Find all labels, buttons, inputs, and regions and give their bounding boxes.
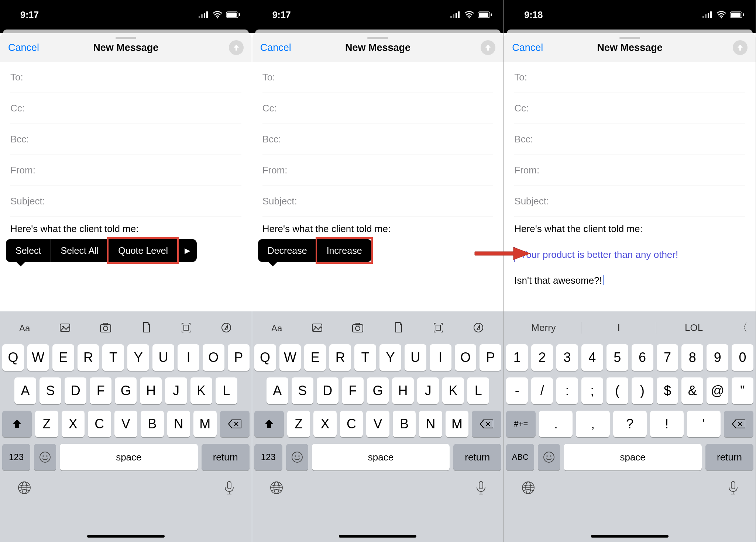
- send-button[interactable]: [229, 40, 244, 55]
- key-7[interactable]: 7: [657, 344, 678, 371]
- suggestion-I[interactable]: I: [581, 322, 656, 334]
- photo-library-icon[interactable]: [308, 318, 327, 337]
- cancel-button[interactable]: Cancel: [260, 42, 291, 53]
- key-S[interactable]: S: [39, 377, 61, 404]
- return-key[interactable]: return: [705, 444, 753, 470]
- key-9[interactable]: 9: [707, 344, 728, 371]
- emoji-key[interactable]: [34, 444, 56, 470]
- key-E[interactable]: E: [304, 344, 326, 371]
- key-R[interactable]: R: [329, 344, 351, 371]
- attach-file-icon[interactable]: [137, 318, 155, 337]
- message-body[interactable]: Here's what the client told me:DecreaseI…: [252, 217, 504, 311]
- key-6[interactable]: 6: [632, 344, 653, 371]
- key-I[interactable]: I: [430, 344, 451, 371]
- key-.[interactable]: .: [539, 411, 573, 437]
- mic-icon[interactable]: [728, 480, 739, 495]
- format-text-icon[interactable]: Aa: [268, 318, 286, 337]
- body-text-line[interactable]: Isn't that awesome?!: [514, 273, 745, 288]
- key-8[interactable]: 8: [681, 344, 703, 371]
- sheet-grabber-icon[interactable]: [367, 37, 388, 39]
- key-O[interactable]: O: [203, 344, 224, 371]
- key-4[interactable]: 4: [581, 344, 603, 371]
- key-$[interactable]: $: [657, 377, 678, 404]
- subject-field[interactable]: Subject:: [10, 186, 241, 217]
- popup-item-quote-level[interactable]: Quote Level: [108, 239, 178, 262]
- chevron-left-icon[interactable]: 〈: [731, 320, 753, 335]
- suggestion-Merry[interactable]: Merry: [506, 322, 581, 334]
- attach-file-icon[interactable]: [389, 318, 407, 337]
- from-field[interactable]: From:: [262, 155, 494, 186]
- key-@[interactable]: @: [707, 377, 728, 404]
- numeric-switch-key[interactable]: 123: [2, 444, 30, 470]
- key-O[interactable]: O: [455, 344, 477, 371]
- cc-field[interactable]: Cc:: [514, 93, 745, 124]
- key-V[interactable]: V: [114, 411, 138, 437]
- return-key[interactable]: return: [202, 444, 250, 470]
- key-K[interactable]: K: [442, 377, 464, 404]
- space-key[interactable]: space: [60, 444, 198, 470]
- cc-field[interactable]: Cc:: [262, 93, 494, 124]
- message-body[interactable]: Here's what the client told me:SelectSel…: [0, 217, 252, 311]
- popup-item-select-all[interactable]: Select All: [51, 239, 108, 262]
- key-G[interactable]: G: [115, 377, 137, 404]
- key-X[interactable]: X: [313, 411, 337, 437]
- from-field[interactable]: From:: [514, 155, 745, 186]
- key-T[interactable]: T: [102, 344, 124, 371]
- key-&[interactable]: &: [681, 377, 703, 404]
- key-)[interactable]: ): [632, 377, 653, 404]
- key-A[interactable]: A: [267, 377, 288, 404]
- popup-item-increase[interactable]: Increase: [317, 239, 372, 262]
- key-Q[interactable]: Q: [254, 344, 276, 371]
- key-2[interactable]: 2: [531, 344, 553, 371]
- backspace-key[interactable]: [472, 411, 501, 437]
- backspace-key[interactable]: [220, 411, 250, 437]
- subject-field[interactable]: Subject:: [262, 186, 494, 217]
- photo-library-icon[interactable]: [56, 318, 75, 337]
- to-field[interactable]: To:: [262, 62, 494, 93]
- key-?[interactable]: ?: [613, 411, 647, 437]
- key-P[interactable]: P: [228, 344, 250, 371]
- key-D[interactable]: D: [317, 377, 339, 404]
- key-Y[interactable]: Y: [127, 344, 149, 371]
- key--[interactable]: -: [506, 377, 528, 404]
- key-U[interactable]: U: [405, 344, 426, 371]
- body-text-line[interactable]: Here's what the client told me:: [10, 221, 241, 236]
- scan-document-icon[interactable]: [177, 318, 195, 337]
- key-U[interactable]: U: [152, 344, 174, 371]
- globe-icon[interactable]: [17, 480, 32, 495]
- globe-icon[interactable]: [521, 480, 536, 495]
- key-E[interactable]: E: [52, 344, 74, 371]
- key-H[interactable]: H: [392, 377, 414, 404]
- key-D[interactable]: D: [65, 377, 86, 404]
- key-N[interactable]: N: [419, 411, 442, 437]
- to-field[interactable]: To:: [10, 62, 241, 93]
- camera-icon[interactable]: [348, 318, 367, 337]
- quote-content[interactable]: Your product is better than any other!: [520, 249, 678, 260]
- key-R[interactable]: R: [78, 344, 99, 371]
- key-5[interactable]: 5: [606, 344, 628, 371]
- key-K[interactable]: K: [190, 377, 212, 404]
- bcc-field[interactable]: Bcc:: [514, 124, 745, 155]
- key-F[interactable]: F: [342, 377, 364, 404]
- key-:[interactable]: :: [556, 377, 578, 404]
- home-indicator[interactable]: [591, 535, 669, 538]
- home-indicator[interactable]: [87, 535, 165, 538]
- bcc-field[interactable]: Bcc:: [262, 124, 494, 155]
- popup-item-decrease[interactable]: Decrease: [258, 239, 317, 262]
- key-,[interactable]: ,: [576, 411, 609, 437]
- to-field[interactable]: To:: [514, 62, 745, 93]
- sheet-grabber-icon[interactable]: [619, 37, 640, 39]
- key-X[interactable]: X: [62, 411, 85, 437]
- key-F[interactable]: F: [90, 377, 111, 404]
- suggestion-LOL[interactable]: LOL: [656, 322, 731, 334]
- mic-icon[interactable]: [224, 480, 235, 495]
- numeric-switch-key[interactable]: 123: [254, 444, 282, 470]
- key-quote[interactable]: ": [732, 377, 753, 404]
- alpha-switch-key[interactable]: ABC: [506, 444, 534, 470]
- from-field[interactable]: From:: [10, 155, 241, 186]
- body-text-line[interactable]: Here's what the client told me:: [514, 221, 745, 236]
- key-P[interactable]: P: [480, 344, 501, 371]
- body-text-line[interactable]: Here's what the client told me:: [262, 221, 494, 236]
- key-1[interactable]: 1: [506, 344, 528, 371]
- cancel-button[interactable]: Cancel: [512, 42, 543, 53]
